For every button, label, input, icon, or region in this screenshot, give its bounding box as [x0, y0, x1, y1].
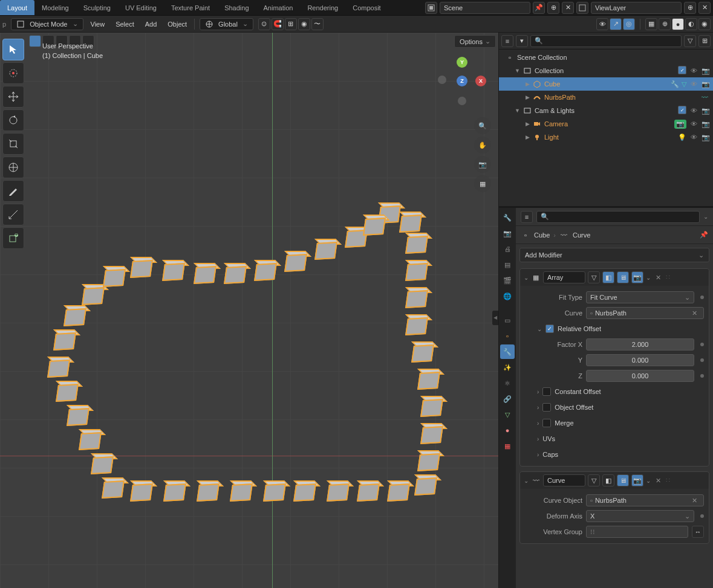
merge-checkbox[interactable] — [542, 419, 551, 427]
options-button[interactable]: Options ⌄ — [454, 35, 496, 48]
prop-tab-collection[interactable]: ▭ — [500, 313, 515, 328]
curve-toggle-cage[interactable]: ◧ — [602, 474, 614, 486]
outliner-new-collection-icon[interactable]: ⊞ — [698, 35, 711, 47]
delete-viewlayer-icon[interactable]: ✕ — [698, 2, 711, 14]
merge-collapse[interactable]: › — [537, 420, 539, 427]
viewport-3d[interactable]: + User Perspective (1) Collection | Cube… — [0, 33, 498, 588]
expand-icon[interactable]: ▶ — [526, 81, 530, 87]
tab-layout[interactable]: Layout — [0, 0, 34, 15]
tab-composit[interactable]: Composit — [345, 0, 388, 15]
tree-row[interactable]: ▶Camera📷👁📷 — [499, 117, 713, 131]
new-scene-icon[interactable]: ⊕ — [547, 2, 559, 14]
visibility-toggle[interactable]: 👁 — [689, 106, 698, 115]
snap-icon[interactable]: 🧲 — [272, 18, 284, 30]
tool-cursor[interactable] — [2, 62, 24, 84]
array-name-field[interactable]: Array — [543, 271, 585, 283]
light-data-icon[interactable]: 💡 — [678, 134, 686, 141]
collection-enable-checkbox[interactable]: ✓ — [678, 66, 686, 74]
browse-viewlayer-icon[interactable] — [576, 2, 588, 14]
proportional-icon[interactable]: ◉ — [298, 18, 310, 30]
browse-scene-icon[interactable] — [425, 2, 437, 14]
expand-icon[interactable]: ▶ — [526, 134, 530, 140]
tree-row[interactable]: ▶Light💡👁📷 — [499, 131, 713, 144]
wrench-icon[interactable]: 🔧 — [671, 80, 679, 88]
tree-row[interactable]: ▼Cam & Lights✓👁📷 — [499, 104, 713, 117]
tool-rotate[interactable] — [2, 109, 24, 131]
array-toggle-render[interactable]: 📷 — [631, 271, 643, 283]
scene-field[interactable]: Scene — [440, 2, 530, 14]
tool-add[interactable]: + — [2, 227, 24, 249]
tree-row[interactable]: ▶NurbsPath〰 — [499, 91, 713, 104]
prop-tab-viewlayer[interactable]: ▤ — [500, 257, 515, 272]
expand-icon[interactable]: ▼ — [515, 108, 520, 114]
curve-field[interactable]: ▫ NurbsPath ✕ — [586, 307, 704, 319]
deform-axis-select[interactable]: X ⌄ — [586, 510, 694, 522]
prop-tab-data[interactable]: ▽ — [500, 407, 515, 422]
curve-data-icon[interactable]: 〰 — [702, 94, 708, 101]
tree-row[interactable]: ▼Collection✓👁📷 — [499, 64, 713, 77]
tool-annotate[interactable] — [2, 180, 24, 202]
visibility-toggle[interactable]: 👁 — [689, 79, 698, 89]
prop-tab-texture[interactable]: ▦ — [500, 439, 515, 453]
proportional-type-icon[interactable]: 〜 — [311, 18, 324, 30]
relative-offset-collapse[interactable]: ⌄ — [537, 326, 542, 332]
zoom-icon[interactable]: 🔍 — [474, 117, 491, 134]
obj-offset-checkbox[interactable] — [542, 403, 551, 412]
prop-tab-render[interactable]: 📷 — [500, 226, 515, 241]
funnel-icon[interactable]: ▽ — [682, 80, 686, 88]
xray-icon[interactable]: ▦ — [645, 18, 657, 30]
gizmo-z[interactable]: Z — [457, 76, 467, 86]
camera-view-icon[interactable]: 📷 — [474, 156, 491, 173]
pivot-icon[interactable]: ⊙ — [258, 18, 270, 30]
visibility-toggle[interactable]: 👁 — [689, 66, 698, 76]
mode-select[interactable]: Object Mode ⌄ — [11, 18, 83, 30]
render-toggle[interactable]: 📷 — [701, 106, 711, 115]
nav-gizmo[interactable]: Y X Z — [438, 57, 486, 105]
camera-data-icon[interactable]: 📷 — [674, 120, 686, 129]
render-toggle[interactable]: 📷 — [701, 79, 711, 89]
tool-scale[interactable] — [2, 133, 24, 155]
expand-icon[interactable]: ▼ — [515, 68, 520, 74]
render-toggle[interactable]: 📷 — [701, 66, 711, 76]
menu-select[interactable]: Select — [113, 21, 137, 28]
collection-enable-checkbox[interactable]: ✓ — [678, 106, 686, 114]
delete-scene-icon[interactable]: ✕ — [562, 2, 574, 14]
gizmo-neg-y[interactable] — [458, 97, 466, 105]
pin-scene-icon[interactable]: 📌 — [533, 2, 545, 14]
curve-mod-name-field[interactable]: Curve — [543, 474, 585, 486]
viewlayer-field[interactable]: ViewLayer — [591, 2, 682, 14]
pin-icon[interactable]: 📌 — [700, 231, 708, 239]
tab-texture-paint[interactable]: Texture Paint — [164, 0, 217, 15]
overlay-icon[interactable]: ◎ — [623, 18, 635, 30]
outliner-display-icon[interactable]: ≡ — [501, 35, 513, 47]
menu-add[interactable]: Add — [143, 21, 160, 28]
shading-wire-icon[interactable]: ⊕ — [659, 18, 671, 30]
add-modifier-button[interactable]: Add Modifier ⌄ — [519, 248, 709, 262]
panel-toggle[interactable]: ◀ — [492, 311, 498, 325]
factor-z-field[interactable]: 0.000 — [586, 370, 694, 382]
prop-tab-modifiers[interactable]: 🔧 — [500, 344, 515, 359]
prop-search[interactable]: 🔍 — [536, 211, 700, 223]
tree-row-root[interactable]: ▫ Scene Collection — [499, 51, 713, 64]
visibility-toggle[interactable]: 👁 — [689, 132, 698, 142]
curve-mod-collapse[interactable]: ⌄ — [524, 477, 529, 484]
prop-tab-scene[interactable]: 🎬 — [500, 273, 515, 288]
expand-icon[interactable]: ▶ — [526, 94, 530, 100]
tab-modeling[interactable]: Modeling — [34, 0, 76, 15]
outliner-filter-icon[interactable]: ▽ — [684, 35, 696, 47]
caps-collapse[interactable]: › — [537, 451, 539, 458]
curve-toggle-edit[interactable]: ▽ — [588, 474, 600, 486]
expand-icon[interactable]: ▶ — [526, 121, 530, 127]
gizmo-y[interactable]: Y — [457, 57, 467, 68]
const-offset-checkbox[interactable] — [542, 387, 551, 396]
prop-display-icon[interactable]: ≡ — [521, 211, 533, 223]
select-mode-new[interactable] — [29, 35, 41, 47]
factor-x-field[interactable]: 2.000 — [586, 338, 694, 351]
new-viewlayer-icon[interactable]: ⊕ — [684, 2, 696, 14]
tab-sculpting[interactable]: Sculpting — [76, 0, 118, 15]
curve-mod-delete[interactable]: ✕ — [653, 477, 663, 485]
visibility-toggle[interactable]: 👁 — [689, 119, 698, 129]
tab-shading[interactable]: Shading — [217, 0, 256, 15]
curve-obj-field[interactable]: ▫ NurbsPath ✕ — [586, 494, 704, 506]
prop-tab-world[interactable]: 🌐 — [500, 289, 515, 303]
